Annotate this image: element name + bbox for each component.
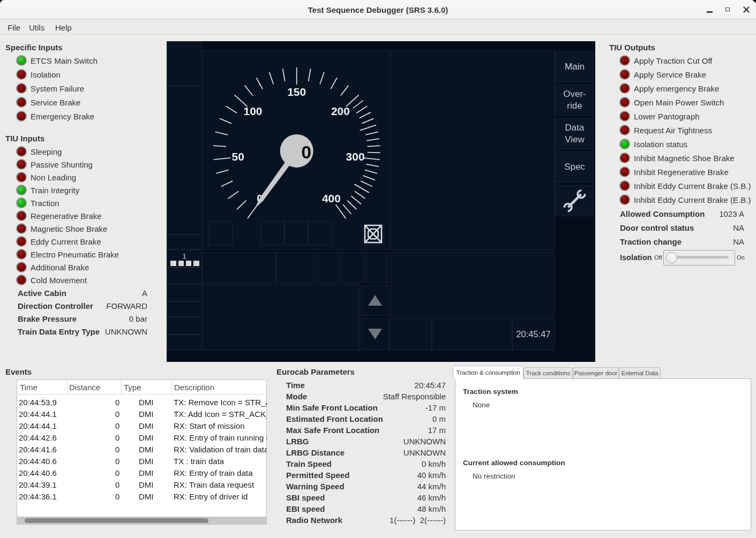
svg-text:0: 0 bbox=[301, 142, 311, 162]
svg-text:100: 100 bbox=[243, 105, 262, 117]
svg-text:400: 400 bbox=[322, 192, 341, 204]
svg-text:50: 50 bbox=[232, 150, 244, 163]
svg-text:200: 200 bbox=[331, 105, 350, 117]
svg-text:300: 300 bbox=[346, 150, 365, 163]
svg-text:150: 150 bbox=[287, 86, 306, 98]
